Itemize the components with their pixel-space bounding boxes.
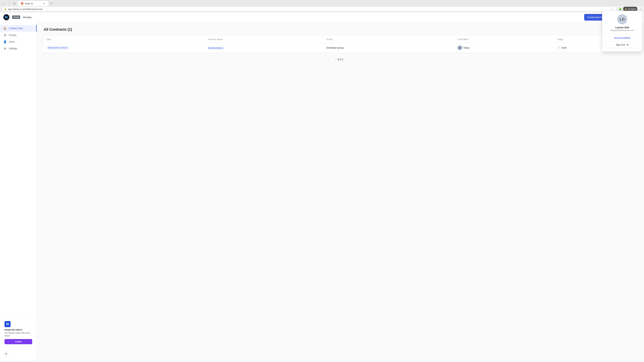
- sidebar-item-groups[interactable]: ⊞ Groups: [0, 32, 37, 38]
- settings-icon: ⚙: [3, 47, 7, 50]
- bottom-settings-button[interactable]: ⚙: [3, 351, 9, 357]
- app-container: 🐦 Draft Moodjoy Create New Draft Contrac…: [0, 12, 644, 361]
- back-button[interactable]: ‹: [1, 1, 6, 6]
- top-nav: 🐦 Draft Moodjoy Create New Draft Contrac…: [0, 12, 644, 22]
- sign-out-arrow-icon: ➜: [626, 43, 628, 46]
- new-tab-button[interactable]: +: [49, 1, 54, 6]
- type-badge: Employment Contract: [46, 46, 69, 50]
- sidebar: 🏠 Contract Hub ⊞ Groups 👤 Users ⚙ Settin…: [0, 22, 37, 361]
- addin-card: W Install the Add-in Get Reports within …: [2, 319, 35, 347]
- next-page-button[interactable]: ›: [346, 57, 352, 62]
- groups-icon: ⊞: [3, 33, 7, 37]
- addin-description: Get Reports within Microsoft Word!: [4, 332, 32, 337]
- users-icon: 👤: [3, 40, 7, 43]
- address-bar[interactable]: 🔒 app.robinai.co.uk/draft/contract-hub ☆: [1, 7, 616, 11]
- sidebar-label-groups: Groups: [9, 34, 16, 36]
- of-label: of: [340, 58, 342, 61]
- user-dropdown: LD Lauren Deli dopejot393@konetas.com Ac…: [602, 11, 642, 52]
- pagination: ‹ 1 of 1 ›: [44, 57, 637, 62]
- sidebar-label-settings: Settings: [9, 47, 17, 50]
- cell-type: Employment Contract: [44, 43, 206, 53]
- stage-doc-icon: 📄: [558, 46, 560, 49]
- url-text: app.robinai.co.uk/draft/contract-hub: [8, 8, 610, 10]
- bookmark-icon[interactable]: ☆: [612, 8, 614, 10]
- dropdown-email: dopejot393@konetas.com: [606, 29, 639, 31]
- dropdown-name: Lauren Deli: [606, 26, 639, 29]
- address-bar-row: 🔒 app.robinai.co.uk/draft/contract-hub ☆…: [0, 6, 644, 12]
- current-page: 1: [338, 58, 339, 61]
- contract-name-link[interactable]: Employment A: [208, 46, 223, 49]
- sidebar-item-contract-hub[interactable]: 🏠 Contract Hub: [0, 25, 37, 32]
- addin-title: Install the Add-in: [4, 329, 32, 331]
- last-edited-cell: LD Today: [458, 45, 552, 50]
- cell-group: Developer group: [324, 43, 455, 53]
- logo-bird-icon: 🐦: [4, 15, 8, 19]
- total-pages: 1: [342, 58, 344, 61]
- col-last-edited: Last Edited: [455, 36, 555, 43]
- tab-title: Robin AI: [25, 2, 33, 5]
- contracts-table: Type Contract Name Group Last Edited Sta…: [44, 36, 637, 53]
- last-edited-time: Today: [463, 46, 470, 49]
- sidebar-label-users: Users: [9, 40, 15, 43]
- company-name: Moodjoy: [23, 16, 32, 18]
- prev-page-button[interactable]: ‹: [330, 57, 335, 62]
- browser-chrome: ‹ › ↻ R Robin AI ✕ + 🔒 app.robinai.co.uk…: [0, 0, 644, 12]
- word-icon: W: [4, 321, 10, 327]
- cell-contract-name: Employment A: [206, 43, 324, 53]
- sidebar-label-contract-hub: Contract Hub: [9, 27, 22, 30]
- draft-badge: Draft: [12, 15, 20, 19]
- sidebar-item-settings[interactable]: ⚙ Settings: [0, 45, 37, 52]
- tab-favicon: R: [21, 2, 24, 5]
- stage-value: Draft: [561, 46, 566, 49]
- sidebar-item-users[interactable]: 👤 Users: [0, 38, 37, 45]
- tab-bar: ‹ › ↻ R Robin AI ✕ +: [0, 0, 644, 6]
- main-content: All Contracts (1) Type Contract Name Gro…: [37, 22, 644, 361]
- reload-button[interactable]: ↻: [12, 1, 17, 6]
- dropdown-avatar: LD: [617, 14, 627, 24]
- cell-last-edited: LD Today: [455, 43, 555, 53]
- active-tab[interactable]: R Robin AI ✕: [18, 1, 48, 6]
- contract-hub-icon: 🏠: [3, 27, 7, 30]
- last-edited-avatar: LD: [458, 45, 462, 50]
- page-info: 1 of 1: [338, 58, 343, 61]
- tab-nav-controls: ‹ › ↻: [1, 1, 17, 6]
- account-settings-link[interactable]: Account Settings: [606, 36, 639, 39]
- addin-install-button[interactable]: Install: [4, 339, 32, 344]
- incognito-label: Incognito: [628, 8, 636, 10]
- table-row: Employment Contract Employment A Develop…: [44, 43, 637, 53]
- col-contract-name: Contract Name: [206, 36, 324, 43]
- logo: 🐦: [3, 14, 10, 20]
- main-layout: 🏠 Contract Hub ⊞ Groups 👤 Users ⚙ Settin…: [0, 22, 644, 361]
- page-title: All Contracts (1): [44, 27, 637, 32]
- sign-out-label: Sign Out: [616, 43, 625, 46]
- col-group: Group: [324, 36, 455, 43]
- lock-icon: 🔒: [4, 8, 7, 10]
- incognito-icon: 🕵: [624, 8, 627, 10]
- sign-out-button[interactable]: Sign Out ➜: [606, 41, 639, 48]
- forward-button[interactable]: ›: [7, 1, 12, 6]
- tab-close-button[interactable]: ✕: [42, 2, 46, 5]
- sidebar-bottom: ⚙: [0, 350, 37, 358]
- col-type: Type: [44, 36, 206, 43]
